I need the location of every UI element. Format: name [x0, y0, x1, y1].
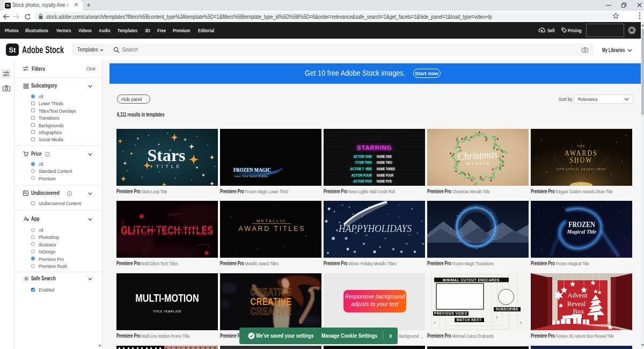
- svg-text:Box: Box: [573, 308, 584, 315]
- svg-text:PREVIOUS VIDEO: PREVIOUS VIDEO: [434, 311, 467, 315]
- svg-text:SUBSCRIBE: SUBSCRIBE: [496, 307, 519, 311]
- svg-text:10TH ANNUAL AWARDS SHOW: 10TH ANNUAL AWARDS SHOW: [556, 167, 606, 171]
- svg-text:i: i: [47, 152, 48, 156]
- svg-text:GLITCH·TECH·TITLES: GLITCH·TECH·TITLES: [121, 223, 214, 236]
- svg-text:THE: THE: [577, 144, 586, 148]
- svg-text:MINIMAL CUTOUT ENDCARDS: MINIMAL CUTOUT ENDCARDS: [443, 278, 500, 282]
- svg-text:CREATIVE: CREATIVE: [251, 306, 292, 317]
- svg-text:St: St: [9, 46, 16, 54]
- svg-text:METALLIC: METALLIC: [257, 219, 287, 223]
- svg-text:Advent: Advent: [567, 292, 587, 299]
- svg-text:FROZEN MAGIC: FROZEN MAGIC: [233, 166, 271, 173]
- svg-text:HAPPYHOLIDAYS: HAPPYHOLIDAYS: [338, 223, 412, 235]
- svg-text:i: i: [69, 191, 70, 195]
- svg-text:AWARD TITLES: AWARD TITLES: [239, 225, 306, 232]
- svg-text:Stars: Stars: [148, 146, 186, 165]
- svg-text:Reveal: Reveal: [567, 300, 586, 308]
- svg-text:TITLE: TITLE: [156, 163, 182, 169]
- svg-text:SHOW: SHOW: [569, 155, 592, 164]
- svg-text:WATCH NEXT: WATCH NEXT: [456, 318, 481, 322]
- svg-text:Lower Third Motion Template: Lower Third Motion Template: [233, 173, 268, 178]
- svg-text:Wreath: Wreath: [466, 161, 491, 165]
- svg-text:FROZEN: FROZEN: [568, 220, 595, 229]
- svg-text:Magical Title: Magical Title: [566, 229, 596, 235]
